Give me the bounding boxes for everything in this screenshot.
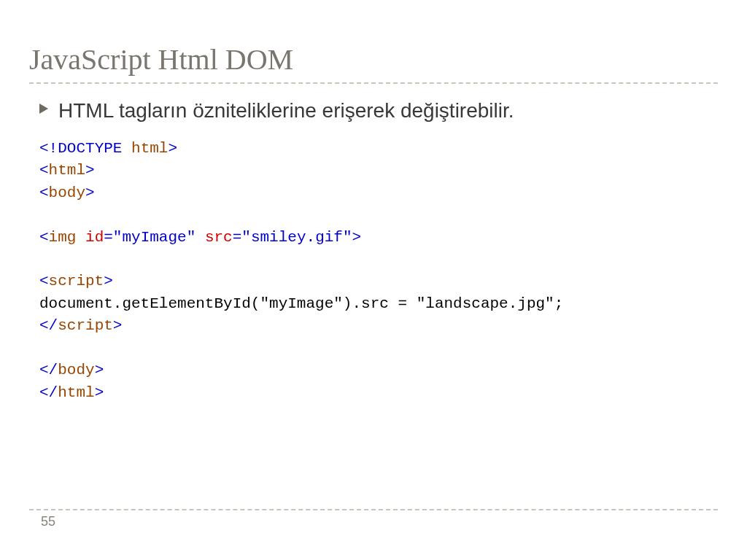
code-token: script: [58, 317, 113, 334]
code-token: >: [95, 362, 104, 378]
code-token: body: [49, 184, 85, 201]
code-token: src: [205, 229, 233, 246]
code-token: DOCTYPE: [58, 140, 122, 157]
code-token: document.getElementById("myImage").src =…: [39, 295, 563, 312]
code-token: img: [49, 229, 77, 246]
code-token: [122, 140, 131, 157]
code-token: html: [58, 384, 94, 401]
slide: JavaScript Html DOM HTML tagların öznite…: [0, 0, 747, 560]
page-number: 55: [41, 514, 55, 529]
code-token: body: [58, 362, 94, 378]
code-token: "smiley.gif": [241, 229, 352, 246]
code-token: id: [85, 229, 104, 246]
code-token: html: [131, 140, 168, 157]
code-token: [76, 229, 85, 246]
code-token: <: [39, 229, 49, 246]
code-token: =: [104, 229, 113, 246]
code-token: >: [104, 273, 113, 289]
code-token: <!: [39, 140, 58, 157]
title-divider: [29, 82, 718, 84]
slide-title: JavaScript Html DOM: [29, 42, 718, 77]
code-token: script: [49, 273, 104, 289]
code-token: >: [85, 184, 95, 201]
code-token: html: [49, 162, 85, 179]
code-token: </: [39, 384, 58, 401]
code-block: <!DOCTYPE html> <html> <body> <img id="m…: [39, 138, 718, 404]
svg-marker-0: [39, 104, 48, 114]
code-token: >: [85, 162, 95, 179]
code-token: =: [233, 229, 242, 246]
bullet-text: HTML tagların özniteliklerine erişerek d…: [58, 97, 514, 125]
code-token: [196, 229, 205, 246]
code-token: <: [39, 184, 49, 201]
code-token: <: [39, 273, 49, 289]
code-token: </: [39, 362, 58, 378]
code-token: >: [113, 317, 123, 334]
triangle-right-icon: [39, 104, 48, 117]
code-token: >: [168, 140, 177, 157]
code-token: >: [95, 384, 104, 401]
code-token: </: [39, 317, 58, 334]
bullet-item: HTML tagların özniteliklerine erişerek d…: [39, 97, 718, 125]
footer-divider: [29, 509, 718, 510]
code-token: >: [352, 229, 362, 246]
code-token: <: [39, 162, 49, 179]
code-token: "myImage": [113, 229, 196, 246]
